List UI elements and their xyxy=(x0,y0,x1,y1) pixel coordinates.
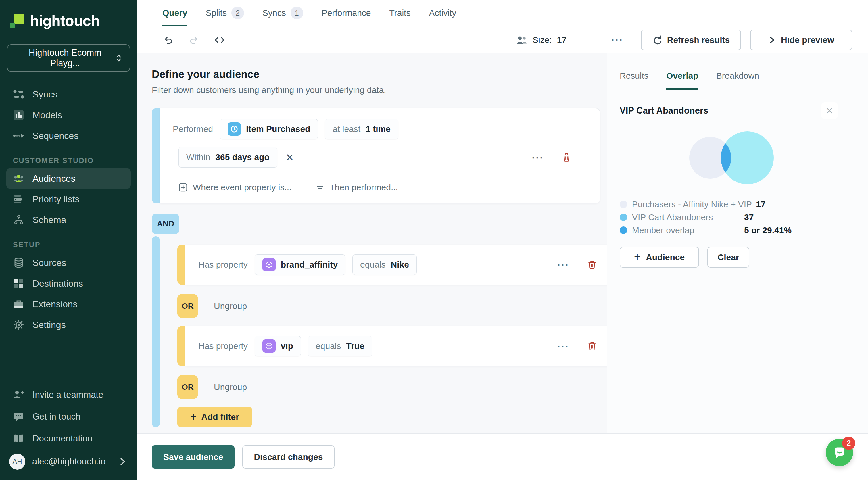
operator-value-chip[interactable]: equals True xyxy=(308,336,372,356)
sidebar-item-models[interactable]: Models xyxy=(6,104,131,125)
sidebar-item-label: Syncs xyxy=(32,89,58,100)
sidebar-item-schema[interactable]: Schema xyxy=(6,210,131,230)
get-in-touch-item[interactable]: Get in touch xyxy=(6,406,131,428)
audiences-icon xyxy=(13,173,25,184)
audience-tabs: Query Splits 2 Syncs 1 Performance Trait… xyxy=(137,0,868,26)
and-connector-badge[interactable]: AND xyxy=(152,214,179,234)
toolbar-more-button[interactable]: ⋯ xyxy=(611,26,623,53)
or-connector-badge[interactable]: OR xyxy=(177,375,198,399)
legend-row: Purchasers - Affinity Nike + VIP 17 xyxy=(620,198,868,211)
hide-preview-label: Hide preview xyxy=(781,35,834,45)
delete-filter-button[interactable] xyxy=(586,340,598,352)
clock-icon xyxy=(230,125,239,133)
property-name: brand_affinity xyxy=(281,260,338,270)
preview-tabs: Results Overlap Breakdown xyxy=(620,54,868,89)
tab-syncs[interactable]: Syncs 1 xyxy=(262,0,303,26)
sidebar-item-sources[interactable]: Sources xyxy=(6,252,131,273)
workspace-selector[interactable]: Hightouch Ecomm Playg... xyxy=(7,44,130,72)
tab-label: Activity xyxy=(429,8,456,18)
hightouch-logo-icon xyxy=(10,13,24,28)
overlap-audience-title: VIP Cart Abandoners xyxy=(620,106,708,116)
then-performed-button[interactable]: Then performed... xyxy=(316,182,398,192)
sidebar-item-sequences[interactable]: Sequences xyxy=(6,125,131,146)
legend-dot xyxy=(620,214,627,221)
refresh-icon xyxy=(652,35,662,45)
extensions-icon xyxy=(13,298,25,310)
unread-count-badge: 2 xyxy=(842,437,855,450)
ungroup-button[interactable]: Ungroup xyxy=(214,301,247,311)
event-chip[interactable]: Item Purchased xyxy=(220,119,318,140)
event-filter-card: Performed Item Purchased at least 1 time xyxy=(152,108,600,204)
tab-traits[interactable]: Traits xyxy=(390,0,411,26)
clear-button[interactable]: Clear xyxy=(707,247,749,268)
sidebar-item-extensions[interactable]: Extensions xyxy=(6,294,131,314)
footer-item-label: Invite a teammate xyxy=(32,390,103,400)
operator: equals xyxy=(360,260,385,270)
filter-more-button[interactable]: ⋯ xyxy=(557,339,569,353)
add-filter-button[interactable]: + Add filter xyxy=(177,407,252,427)
filter-more-button[interactable]: ⋯ xyxy=(557,258,569,272)
code-icon xyxy=(214,34,225,46)
redo-button[interactable] xyxy=(188,34,200,46)
legend-label: VIP Cart Abandoners xyxy=(632,212,744,222)
sidebar-item-label: Audiences xyxy=(32,173,75,184)
documentation-item[interactable]: Documentation xyxy=(6,428,131,450)
window-prefix: Within xyxy=(186,152,210,162)
filter-more-button[interactable]: ⋯ xyxy=(531,150,544,164)
tab-overlap[interactable]: Overlap xyxy=(666,71,699,90)
remove-window-button[interactable]: × xyxy=(286,151,294,164)
tab-results[interactable]: Results xyxy=(620,71,648,90)
or-group-bar xyxy=(177,245,185,285)
hightouch-app: hightouch Hightouch Ecomm Playg... Syncs… xyxy=(0,0,868,480)
sidebar-item-syncs[interactable]: Syncs xyxy=(6,84,131,104)
tab-breakdown[interactable]: Breakdown xyxy=(716,71,760,90)
tab-performance[interactable]: Performance xyxy=(321,0,371,26)
tab-label: Splits xyxy=(206,8,227,18)
operator-value-chip[interactable]: equals Nike xyxy=(352,254,417,275)
property-filter-card: Has property brand_affinity equals N xyxy=(177,245,607,285)
size-label: Size: xyxy=(533,35,552,45)
event-name: Item Purchased xyxy=(246,124,310,134)
preview-panel: Results Overlap Breakdown VIP Cart Aband… xyxy=(607,54,868,433)
page-title: Define your audience xyxy=(152,68,600,81)
overlap-legend: Purchasers - Affinity Nike + VIP 17 VIP … xyxy=(620,198,868,237)
invite-teammate-item[interactable]: Invite a teammate xyxy=(6,384,131,406)
or-connector-badge[interactable]: OR xyxy=(177,294,198,318)
hightouch-logo[interactable]: hightouch xyxy=(10,12,137,29)
property-chip[interactable]: vip xyxy=(255,336,301,356)
where-event-property-button[interactable]: Where event property is... xyxy=(179,182,291,192)
main-area: Query Splits 2 Syncs 1 Performance Trait… xyxy=(137,0,868,480)
tab-query[interactable]: Query xyxy=(162,0,187,26)
delete-filter-button[interactable] xyxy=(586,259,598,271)
save-audience-button[interactable]: Save audience xyxy=(152,445,235,469)
legend-value: 5 or 29.41% xyxy=(744,226,792,235)
discard-changes-button[interactable]: Discard changes xyxy=(242,445,334,469)
ungroup-button[interactable]: Ungroup xyxy=(214,382,247,392)
property-chip[interactable]: brand_affinity xyxy=(255,254,345,275)
frequency-prefix: at least xyxy=(333,124,361,134)
chevron-updown-icon xyxy=(115,54,122,62)
sidebar-item-settings[interactable]: Settings xyxy=(6,314,131,335)
sidebar-item-destinations[interactable]: Destinations xyxy=(6,273,131,294)
time-window-chip[interactable]: Within 365 days ago xyxy=(179,147,277,168)
code-view-button[interactable] xyxy=(213,33,226,47)
sidebar: hightouch Hightouch Ecomm Playg... Syncs… xyxy=(0,0,137,480)
tab-label: Performance xyxy=(321,8,371,18)
property-name: vip xyxy=(281,341,293,351)
tab-splits[interactable]: Splits 2 xyxy=(206,0,244,26)
chat-launcher-button[interactable]: 2 xyxy=(826,439,853,466)
hide-preview-button[interactable]: Hide preview xyxy=(750,30,852,50)
refresh-results-button[interactable]: Refresh results xyxy=(641,30,741,50)
has-property-label: Has property xyxy=(198,260,248,270)
add-audience-button[interactable]: + Audience xyxy=(620,247,699,268)
tab-activity[interactable]: Activity xyxy=(429,0,456,26)
sidebar-item-label: Priority lists xyxy=(32,194,80,205)
close-overlap-button[interactable]: × xyxy=(821,102,838,119)
account-menu[interactable]: AH alec@hightouch.io xyxy=(6,450,131,474)
frequency-chip[interactable]: at least 1 time xyxy=(325,119,398,140)
logo-wordmark: hightouch xyxy=(30,12,99,29)
sidebar-item-priority-lists[interactable]: Priority lists xyxy=(6,189,131,210)
undo-button[interactable] xyxy=(162,34,175,46)
delete-filter-button[interactable] xyxy=(560,151,572,163)
sidebar-item-audiences[interactable]: Audiences xyxy=(6,168,131,189)
